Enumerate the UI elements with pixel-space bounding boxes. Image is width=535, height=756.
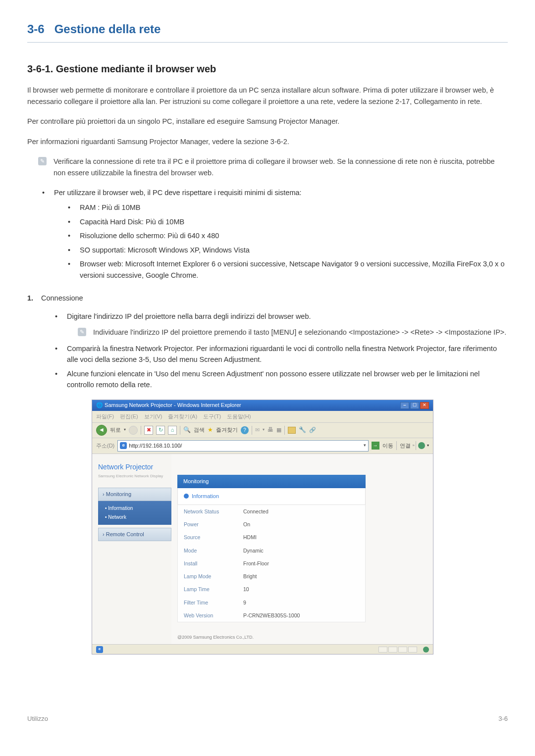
toolbar-separator (416, 441, 416, 450)
v-mode: Dynamic (243, 547, 264, 554)
print-icon[interactable]: 🖶 (268, 425, 273, 435)
status-ie-icon: e (96, 646, 103, 653)
menu-tools[interactable]: 도구(T) (203, 412, 221, 421)
refresh-button[interactable]: ↻ (156, 426, 165, 435)
row-lamp-mode: Lamp ModeBright (178, 570, 365, 583)
row-mode: ModeDynamic (178, 544, 365, 557)
ie-window-title: 🌐 Samsung Network Projector - Windows In… (96, 401, 241, 409)
footer-right: 3-6 (498, 714, 508, 724)
k-network-status: Network Status (184, 507, 243, 515)
v-power: On (243, 520, 250, 528)
sidebar-item-monitoring[interactable]: › Monitoring (98, 488, 171, 501)
link-icon[interactable]: 🔗 (309, 426, 316, 434)
sidebar-subitems: • Information • Network (98, 501, 171, 525)
back-button[interactable]: ◄ (96, 425, 107, 436)
toolbar-separator (252, 426, 252, 435)
help-icon[interactable]: ? (241, 426, 249, 434)
k-filter-time: Filter Time (184, 599, 243, 606)
row-web-version: Web VersionP-CRN2WEB305S-1000 (178, 609, 365, 622)
sidebar-item-remote-control[interactable]: › Remote Control (98, 528, 171, 541)
toolbar-separator (284, 426, 285, 435)
close-button[interactable]: ✕ (420, 402, 429, 409)
sidebar-item-information[interactable]: • Information (105, 504, 164, 513)
globe-icon[interactable] (418, 442, 425, 449)
req-ram: RAM : Più di 10MB (68, 202, 508, 213)
row-source: SourceHDMI (178, 531, 365, 544)
v-filter-time: 9 (243, 599, 246, 606)
step-1-c: Alcune funzioni elencate in 'Uso del men… (55, 368, 508, 391)
section-number: 3-6 (27, 22, 45, 36)
subsection-number: 3-6-1. (27, 63, 53, 74)
requirements-sublist: RAM : Più di 10MB Capacità Hard Disk: Pi… (68, 202, 508, 281)
requirements-intro: Per utilizzare il browser web, il PC dev… (42, 187, 508, 281)
search-icon[interactable]: 🔍 (183, 425, 191, 435)
toolbar-separator (180, 426, 180, 435)
go-button[interactable]: → (372, 442, 379, 450)
address-input[interactable]: e http://192.168.10.100/ ▾ (117, 440, 368, 452)
favorites-icon[interactable]: ★ (208, 425, 213, 435)
ie-address-bar: 주소(D) e http://192.168.10.100/ ▾ → 이동 연결… (92, 438, 433, 454)
stop-button[interactable]: ✖ (144, 426, 153, 435)
step-1-note: ✎ Individuare l'indirizzo IP del proiett… (78, 327, 508, 338)
step-1: 1. Connessione Digitare l'indirizzo IP d… (27, 293, 508, 390)
k-web-version: Web Version (184, 611, 243, 619)
step-1-a-text: Digitare l'indirizzo IP del proiettore n… (67, 312, 311, 320)
section-title: Gestione della rete (54, 22, 161, 36)
menu-favorites[interactable]: 즐겨찾기(A) (168, 412, 197, 421)
req-browser: Browser web: Microsoft Internet Explorer… (68, 258, 508, 281)
minimize-button[interactable]: ‒ (400, 402, 409, 409)
back-dropdown[interactable]: ▾ (124, 427, 126, 433)
req-os: SO supportati: Microsoft Windows XP, Win… (68, 245, 508, 255)
mail-icon[interactable]: ✉ (255, 426, 260, 434)
window-controls: ‒ ☐ ✕ (400, 402, 429, 409)
np-info-header-text: Information (192, 492, 219, 501)
np-sidebar: Network Projector Samsung Electronic Net… (92, 454, 171, 644)
mail-dropdown[interactable]: ▾ (263, 427, 265, 433)
paragraph-info: Per informazioni riguardanti Samsung Pro… (27, 136, 508, 147)
np-main-header: Monitoring (177, 475, 366, 488)
row-network-status: Network StatusConnected (178, 505, 365, 518)
address-label: 주소(D) (96, 442, 114, 450)
menu-file[interactable]: 파일(F) (96, 412, 114, 421)
menu-help[interactable]: 도움말(H) (227, 412, 251, 421)
requirements-list: Per utilizzare il browser web, il PC dev… (42, 187, 508, 281)
menu-edit[interactable]: 편집(E) (120, 412, 138, 421)
np-main: Monitoring Information Network StatusCon… (171, 454, 433, 644)
links-chevron-icon[interactable]: » (413, 443, 414, 449)
screenshot-ie-window: 🌐 Samsung Network Projector - Windows In… (92, 400, 433, 655)
v-lamp-time: 10 (243, 585, 249, 593)
favorites-label: 즐겨찾기 (216, 426, 238, 434)
sidebar-item-network[interactable]: • Network (105, 513, 164, 522)
edit-icon[interactable]: ▦ (276, 426, 281, 434)
note-text: Verificare la connessione di rete tra il… (54, 156, 508, 178)
np-page-body: Network Projector Samsung Electronic Net… (92, 454, 433, 644)
np-logo-subtitle: Samsung Electronic Network Display (98, 473, 171, 479)
step-1-sublist: Digitare l'indirizzo IP del proiettore n… (55, 311, 508, 391)
menu-view[interactable]: 보기(V) (144, 412, 162, 421)
ie-menubar: 파일(F) 편집(E) 보기(V) 즐겨찾기(A) 도구(T) 도움말(H) (92, 411, 433, 423)
k-mode: Mode (184, 547, 243, 554)
gear-icon[interactable]: 🔧 (299, 425, 306, 435)
row-lamp-time: Lamp Time10 (178, 583, 365, 596)
v-lamp-mode: Bright (243, 572, 257, 580)
status-segments (378, 647, 417, 653)
np-info-header: Information (177, 488, 366, 505)
folder-icon[interactable] (288, 427, 296, 434)
maximize-button[interactable]: ☐ (410, 402, 419, 409)
ie-icon: 🌐 (96, 402, 103, 408)
info-dot-icon (184, 494, 189, 499)
links-section: 연결 » ▾ (400, 441, 429, 450)
back-label: 뒤로 (110, 426, 121, 434)
v-web-version: P-CRN2WEB305S-1000 (243, 611, 300, 619)
globe-dropdown-icon[interactable]: ▾ (427, 443, 429, 449)
step-1-note-text: Individuare l'indirizzo IP del proiettor… (93, 327, 506, 338)
address-dropdown-icon[interactable]: ▾ (364, 442, 366, 449)
row-power: PowerOn (178, 518, 365, 531)
forward-button[interactable] (129, 426, 138, 435)
ie-toolbar: ◄ 뒤로 ▾ ✖ ↻ ⌂ 🔍 검색 ★ 즐겨찾기 ? ✉ ▾ 🖶 ▦ 🔧 🔗 (92, 423, 433, 438)
v-source: HDMI (243, 533, 257, 541)
section-heading: 3-6 Gestione della rete (27, 20, 508, 43)
np-logo: Network Projector (98, 462, 171, 473)
home-button[interactable]: ⌂ (168, 426, 177, 435)
step-1-title: Connessione (41, 294, 83, 302)
